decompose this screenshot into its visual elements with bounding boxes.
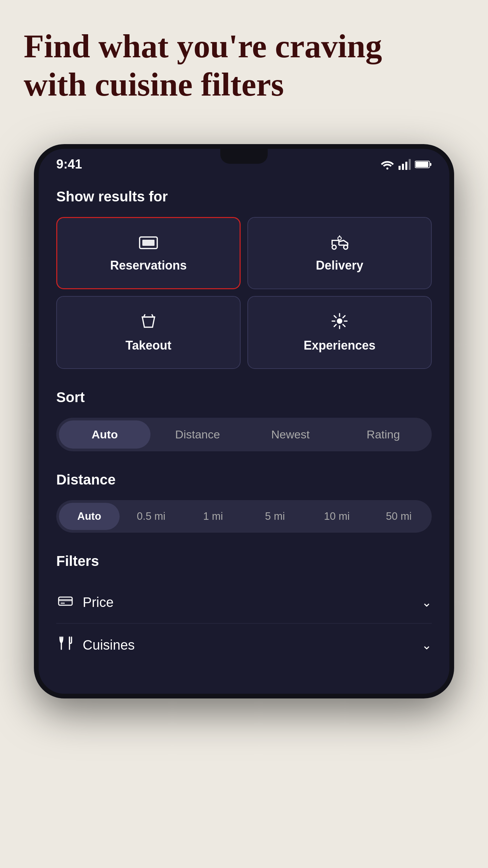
svg-point-12 xyxy=(344,245,348,249)
svg-line-23 xyxy=(334,324,336,327)
svg-rect-4 xyxy=(409,159,411,170)
distance-50mi[interactable]: 50 mi xyxy=(368,503,429,530)
svg-line-22 xyxy=(343,316,345,318)
svg-rect-7 xyxy=(430,163,431,166)
phone-notch xyxy=(220,149,268,164)
sort-pills: Auto Distance Newest Rating xyxy=(56,418,432,451)
results-grid: Reservations xyxy=(56,217,432,369)
delivery-button[interactable]: Delivery xyxy=(247,217,432,289)
sort-newest[interactable]: Newest xyxy=(245,420,336,449)
sort-distance[interactable]: Distance xyxy=(152,420,243,449)
price-icon xyxy=(56,594,75,611)
status-time: 9:41 xyxy=(56,157,82,172)
experiences-label: Experiences xyxy=(304,338,375,353)
price-filter[interactable]: Price ⌄ xyxy=(56,581,432,624)
reservations-label: Reservations xyxy=(110,258,187,273)
svg-point-0 xyxy=(386,167,388,170)
signal-icon xyxy=(399,159,411,170)
sort-rating[interactable]: Rating xyxy=(338,420,429,449)
delivery-label: Delivery xyxy=(316,258,363,273)
svg-line-20 xyxy=(334,316,336,318)
cuisines-filter-left: Cuisines xyxy=(56,636,135,654)
svg-rect-25 xyxy=(59,599,72,601)
show-results-label: Show results for xyxy=(56,189,432,205)
filters-section: Filters Price ⌄ xyxy=(56,553,432,667)
page-header: Find what you're craving with cuisine fi… xyxy=(0,0,488,124)
svg-rect-2 xyxy=(402,164,404,170)
distance-label: Distance xyxy=(56,472,432,488)
takeout-icon xyxy=(139,312,158,333)
distance-0.5mi[interactable]: 0.5 mi xyxy=(121,503,182,530)
distance-section: Distance Auto 0.5 mi 1 mi 5 mi 10 mi 50 … xyxy=(56,472,432,533)
cuisines-chevron-icon: ⌄ xyxy=(422,638,432,652)
distance-10mi[interactable]: 10 mi xyxy=(307,503,367,530)
experiences-icon xyxy=(329,312,350,333)
svg-rect-3 xyxy=(405,162,407,170)
wifi-icon xyxy=(380,159,394,170)
reservations-icon xyxy=(138,234,159,253)
filters-label: Filters xyxy=(56,553,432,569)
delivery-icon xyxy=(329,234,350,253)
battery-icon xyxy=(415,160,432,169)
show-results-section: Show results for Reservations xyxy=(56,189,432,369)
page-background: Find what you're craving with cuisine fi… xyxy=(0,0,488,868)
takeout-button[interactable]: Takeout xyxy=(56,296,241,369)
sort-label: Sort xyxy=(56,389,432,406)
sort-auto[interactable]: Auto xyxy=(59,420,150,449)
price-chevron-icon: ⌄ xyxy=(422,595,432,610)
svg-point-13 xyxy=(338,237,341,240)
svg-line-21 xyxy=(343,324,345,327)
svg-rect-1 xyxy=(399,166,401,170)
cuisines-filter[interactable]: Cuisines ⌄ xyxy=(56,624,432,667)
sort-section: Sort Auto Distance Newest Rating xyxy=(56,389,432,451)
phone-wrapper: 9:41 xyxy=(0,144,488,698)
status-icons xyxy=(380,159,432,170)
svg-point-15 xyxy=(337,318,342,324)
svg-rect-9 xyxy=(142,240,155,246)
distance-1mi[interactable]: 1 mi xyxy=(183,503,243,530)
distance-auto[interactable]: Auto xyxy=(59,503,120,530)
side-button xyxy=(449,278,454,312)
phone-content: Show results for Reservations xyxy=(39,175,449,694)
page-title: Find what you're craving with cuisine fi… xyxy=(24,27,464,103)
takeout-label: Takeout xyxy=(125,338,171,353)
price-filter-name: Price xyxy=(83,595,114,610)
reservations-button[interactable]: Reservations xyxy=(56,217,241,289)
svg-point-11 xyxy=(332,245,336,249)
distance-pills: Auto 0.5 mi 1 mi 5 mi 10 mi 50 mi xyxy=(56,500,432,533)
svg-rect-26 xyxy=(61,603,65,604)
svg-rect-6 xyxy=(415,162,428,167)
price-filter-left: Price xyxy=(56,594,114,611)
cuisines-filter-name: Cuisines xyxy=(83,637,135,653)
distance-5mi[interactable]: 5 mi xyxy=(245,503,305,530)
cuisines-icon xyxy=(56,636,75,654)
experiences-button[interactable]: Experiences xyxy=(247,296,432,369)
phone-frame: 9:41 xyxy=(34,144,454,698)
